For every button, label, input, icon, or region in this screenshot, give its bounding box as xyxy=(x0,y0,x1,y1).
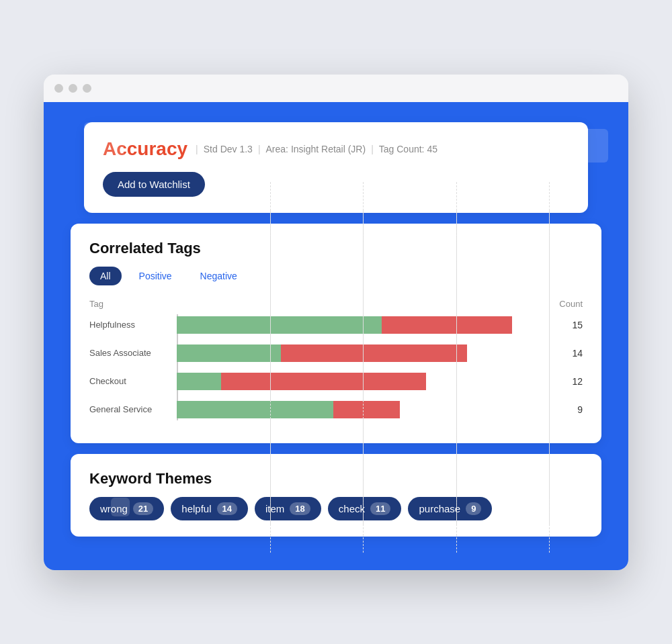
deco-square-3 xyxy=(575,129,608,163)
keyword-tag-count: 18 xyxy=(290,502,310,515)
keyword-tag-count: 14 xyxy=(217,502,237,515)
chart-bars-area xyxy=(177,371,549,392)
chart-row-count: 12 xyxy=(556,376,583,387)
chart-row-count: 9 xyxy=(556,404,583,415)
tag-count: Tag Count: 45 xyxy=(379,144,437,154)
browser-titlebar xyxy=(44,75,628,102)
keyword-tag-label: item xyxy=(265,503,284,514)
keyword-tag-count: 9 xyxy=(466,502,481,515)
keyword-tag[interactable]: check11 xyxy=(328,497,402,520)
keyword-tag-count: 11 xyxy=(370,502,390,515)
chart-row-label: Checkout xyxy=(89,376,177,386)
browser-content: Accuracy | Std Dev 1.3 | Area: Insight R… xyxy=(44,102,628,570)
correlated-tags-card: Correlated Tags All Positive Negative Ta… xyxy=(71,224,601,443)
filter-tabs: All Positive Negative xyxy=(89,267,583,285)
bar-red xyxy=(281,344,467,362)
chart-bars-area xyxy=(177,399,549,420)
chart-row-label: Sales Associate xyxy=(89,348,177,358)
keyword-tags: wrong21helpful14item18check11purchase9 xyxy=(89,497,583,520)
bar-green xyxy=(177,316,382,334)
chart-row: General Service9 xyxy=(89,399,583,420)
keyword-tag[interactable]: item18 xyxy=(255,497,321,520)
chart-bars-area xyxy=(177,342,549,364)
chart-container: Tag Count Helpfulness15Sales Associate14… xyxy=(89,299,583,420)
filter-tab-positive[interactable]: Positive xyxy=(128,267,183,285)
bar-red xyxy=(382,316,512,334)
deco-square-6 xyxy=(571,490,601,503)
bar-green xyxy=(177,401,333,418)
accuracy-card: Accuracy | Std Dev 1.3 | Area: Insight R… xyxy=(84,122,588,213)
col-header-tag: Tag xyxy=(89,299,177,309)
accuracy-header: Accuracy | Std Dev 1.3 | Area: Insight R… xyxy=(103,138,569,160)
keyword-tag[interactable]: helpful14 xyxy=(171,497,248,520)
chart-row: Checkout12 xyxy=(89,371,583,392)
col-header-count: Count xyxy=(556,299,583,309)
keyword-tag-label: purchase xyxy=(419,503,460,514)
bar-green xyxy=(177,373,221,390)
filter-tab-negative[interactable]: Negative xyxy=(190,267,248,285)
deco-square-1 xyxy=(84,122,124,163)
keyword-tag-count: 21 xyxy=(133,502,153,515)
area: Area: Insight Retail (JR) xyxy=(266,144,366,154)
traffic-dot-1 xyxy=(54,84,63,93)
std-dev: Std Dev 1.3 xyxy=(204,144,253,154)
chart-row-label: Helpfulness xyxy=(89,320,177,330)
keyword-tag-label: check xyxy=(339,503,365,514)
filter-tab-all[interactable]: All xyxy=(89,267,122,285)
keyword-themes-title: Keyword Themes xyxy=(89,470,583,488)
traffic-dot-3 xyxy=(83,84,91,93)
bar-green xyxy=(177,344,281,362)
browser-window: Accuracy | Std Dev 1.3 | Area: Insight R… xyxy=(44,75,628,570)
chart-row-count: 15 xyxy=(556,320,583,330)
bar-red xyxy=(333,401,401,418)
accuracy-meta: | Std Dev 1.3 | Area: Insight Retail (JR… xyxy=(196,144,437,154)
chart-row-count: 14 xyxy=(556,348,583,359)
keyword-themes-card: Keyword Themes wrong21helpful14item18che… xyxy=(71,454,601,537)
keyword-tag-label: helpful xyxy=(181,503,211,514)
traffic-dot-2 xyxy=(69,84,77,93)
chart-bars-area xyxy=(177,314,549,336)
chart-row: Sales Associate14 xyxy=(89,342,583,364)
bar-red xyxy=(221,373,426,390)
keyword-tag[interactable]: purchase9 xyxy=(408,497,492,520)
correlated-tags-title: Correlated Tags xyxy=(89,240,583,257)
chart-rows: Helpfulness15Sales Associate14Checkout12… xyxy=(89,314,583,420)
add-to-watchlist-button[interactable]: Add to Watchlist xyxy=(103,172,205,197)
chart-row-label: General Service xyxy=(89,404,177,414)
chart-row: Helpfulness15 xyxy=(89,314,583,336)
deco-square-5 xyxy=(111,498,130,516)
